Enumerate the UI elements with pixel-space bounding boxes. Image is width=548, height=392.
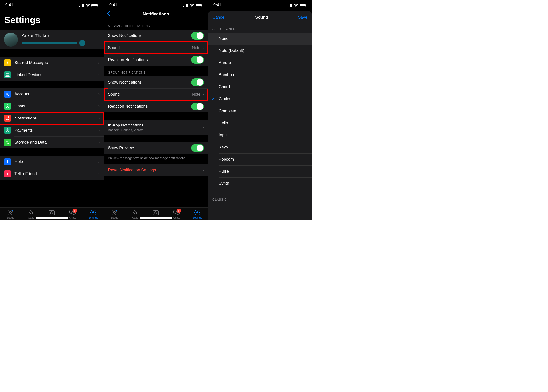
starred-label: Starred Messages bbox=[14, 60, 98, 65]
preview-row[interactable]: Show Preview bbox=[104, 142, 208, 154]
inapp-label: In-App Notifications bbox=[108, 123, 144, 128]
sheet-nav: Cancel Sound Save bbox=[208, 11, 312, 24]
svg-rect-33 bbox=[185, 5, 185, 7]
reset-row[interactable]: Reset Notification Settings › bbox=[104, 164, 208, 176]
screen-notifications: 9:41 Notifications MESSAGE NOTIFICATIONS… bbox=[104, 0, 208, 220]
tone-row[interactable]: Popcorn bbox=[208, 153, 312, 165]
storage-label: Storage and Data bbox=[14, 140, 98, 145]
storage-row[interactable]: Storage and Data › bbox=[0, 136, 104, 148]
wifi-icon bbox=[294, 4, 298, 7]
tab-settings[interactable]: Settings bbox=[83, 209, 104, 219]
reset-label: Reset Notification Settings bbox=[108, 168, 203, 173]
tab-calls-label: Calls bbox=[28, 216, 34, 219]
chevron-right-icon: › bbox=[203, 92, 204, 97]
gear-icon bbox=[194, 209, 200, 216]
svg-rect-5 bbox=[92, 4, 97, 6]
notifications-row[interactable]: Notifications › bbox=[0, 112, 104, 124]
chevron-right-icon: › bbox=[98, 172, 100, 176]
svg-point-9 bbox=[6, 93, 8, 95]
tone-row[interactable]: Note (Default) bbox=[208, 45, 312, 57]
grp-reaction-toggle[interactable] bbox=[191, 103, 204, 110]
msg-show-toggle[interactable] bbox=[191, 32, 204, 40]
avatar bbox=[4, 33, 18, 47]
tone-row[interactable]: ✓Circles bbox=[208, 93, 312, 105]
cancel-button[interactable]: Cancel bbox=[212, 15, 225, 20]
chevron-right-icon: › bbox=[98, 92, 100, 96]
svg-line-28 bbox=[91, 210, 92, 211]
tab-settings[interactable]: Settings bbox=[187, 209, 208, 219]
svg-rect-57 bbox=[289, 5, 289, 7]
account-row[interactable]: Account › bbox=[0, 88, 104, 100]
page-title: Settings bbox=[0, 9, 104, 30]
profile-row[interactable]: Ankur Thakur bbox=[0, 30, 104, 49]
starred-messages-row[interactable]: ★ Starred Messages › bbox=[0, 57, 104, 69]
grp-show-row[interactable]: Show Notifications bbox=[104, 76, 208, 88]
tone-row[interactable]: Pulse bbox=[208, 165, 312, 177]
grp-sound-value: Note bbox=[192, 92, 201, 97]
msg-reaction-row[interactable]: Reaction Notifications bbox=[104, 54, 208, 66]
svg-rect-35 bbox=[187, 4, 188, 7]
tone-row[interactable]: Bamboo bbox=[208, 69, 312, 81]
svg-rect-59 bbox=[291, 4, 292, 7]
tab-status[interactable]: Status bbox=[0, 209, 21, 219]
section-message-notifications: MESSAGE NOTIFICATIONS bbox=[104, 19, 208, 30]
preview-label: Show Preview bbox=[108, 146, 191, 150]
chats-row[interactable]: Chats › bbox=[0, 100, 104, 112]
tab-chats-label: Chats bbox=[69, 216, 76, 219]
tone-row[interactable]: Hello bbox=[208, 117, 312, 129]
battery-icon bbox=[91, 4, 98, 7]
chevron-right-icon: › bbox=[98, 160, 100, 164]
help-row[interactable]: i Help › bbox=[0, 156, 104, 168]
svg-rect-44 bbox=[155, 210, 157, 211]
notifications-label: Notifications bbox=[14, 116, 98, 121]
grp-sound-row[interactable]: Sound Note › bbox=[104, 88, 208, 100]
status-bar: 9:41 bbox=[0, 0, 104, 9]
svg-line-55 bbox=[195, 214, 196, 215]
sound-sheet: Cancel Sound Save ALERT TONES NoneNote (… bbox=[208, 11, 312, 220]
home-indicator[interactable] bbox=[35, 217, 68, 219]
grp-show-label: Show Notifications bbox=[108, 80, 191, 85]
tone-label: None bbox=[219, 36, 229, 41]
inapp-row[interactable]: In-App Notifications Banners, Sounds, Vi… bbox=[104, 120, 208, 135]
msg-show-row[interactable]: Show Notifications bbox=[104, 30, 208, 42]
laptop-icon bbox=[4, 71, 11, 78]
grp-sound-label: Sound bbox=[108, 92, 192, 97]
back-button[interactable] bbox=[106, 11, 110, 17]
chats-badge: 6 bbox=[73, 209, 77, 213]
tone-label: Aurora bbox=[219, 60, 231, 65]
svg-line-30 bbox=[95, 210, 95, 211]
save-button[interactable]: Save bbox=[298, 15, 307, 20]
home-indicator[interactable] bbox=[140, 217, 172, 219]
wifi-icon bbox=[190, 4, 194, 7]
tone-row[interactable]: Complete bbox=[208, 105, 312, 117]
tone-row[interactable]: Chord bbox=[208, 81, 312, 93]
tone-row[interactable]: Input bbox=[208, 129, 312, 141]
check-icon: ✓ bbox=[211, 97, 215, 102]
svg-line-52 bbox=[195, 210, 196, 211]
svg-rect-61 bbox=[300, 4, 305, 6]
phone-icon bbox=[132, 209, 138, 216]
tone-label: Circles bbox=[219, 97, 231, 101]
svg-line-29 bbox=[95, 214, 95, 215]
tone-row[interactable]: Aurora bbox=[208, 57, 312, 69]
tone-row[interactable]: None bbox=[208, 33, 312, 45]
chats-badge: 6 bbox=[177, 209, 181, 213]
battery-icon bbox=[196, 4, 202, 7]
tab-status[interactable]: Status bbox=[104, 209, 125, 219]
tone-list: NoneNote (Default)AuroraBambooChord✓Circ… bbox=[208, 33, 312, 189]
msg-sound-row[interactable]: Sound Note › bbox=[104, 42, 208, 54]
tone-row[interactable]: Keys bbox=[208, 141, 312, 153]
profile-status bbox=[22, 40, 85, 46]
tone-row[interactable]: Synth bbox=[208, 177, 312, 189]
grp-reaction-row[interactable]: Reaction Notifications bbox=[104, 100, 208, 112]
grp-show-toggle[interactable] bbox=[191, 78, 204, 86]
heart-icon: ♥ bbox=[4, 170, 11, 177]
linked-devices-row[interactable]: Linked Devices › bbox=[0, 69, 104, 81]
tell-friend-row[interactable]: ♥ Tell a Friend › bbox=[0, 168, 104, 180]
payments-row[interactable]: ₹ Payments › bbox=[0, 124, 104, 136]
nav-bar: Notifications bbox=[104, 9, 208, 19]
tone-label: Bamboo bbox=[219, 72, 234, 77]
msg-reaction-toggle[interactable] bbox=[191, 56, 204, 64]
preview-toggle[interactable] bbox=[191, 144, 204, 152]
help-label: Help bbox=[14, 159, 98, 164]
